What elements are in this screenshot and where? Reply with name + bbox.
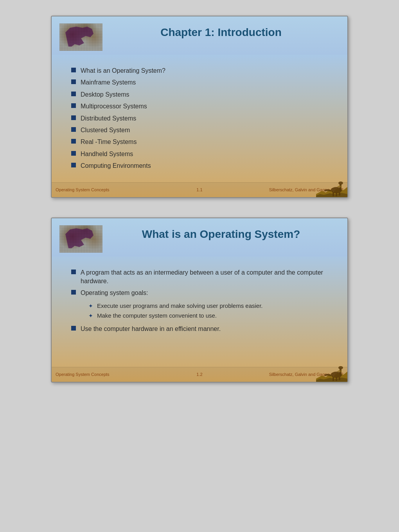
bullet-icon xyxy=(71,92,76,96)
dino-overlay-2 xyxy=(65,227,97,251)
list-item: Clustered System xyxy=(71,126,336,135)
list-item: Computing Environments xyxy=(71,162,336,170)
footer-left: Operating System Concepts xyxy=(56,372,151,377)
bottom-right-dino xyxy=(316,178,347,197)
footer-left: Operating System Concepts xyxy=(56,187,151,192)
bullet-icon xyxy=(71,79,76,84)
bullet-icon xyxy=(71,270,76,274)
slide-1-heading: Chapter 1: Introduction xyxy=(102,25,340,40)
dino-mosaic-top-2 xyxy=(59,225,102,253)
sub-list-item: ✦ Make the computer system convenient to… xyxy=(88,311,263,320)
item-text: A program that acts as an intermediary b… xyxy=(81,268,336,286)
arrow-icon: ✦ xyxy=(88,312,93,320)
sub-item-text: Make the computer system convenient to u… xyxy=(97,311,217,320)
slide-1-footer: Operating System Concepts 1.1 Silberscha… xyxy=(52,182,347,197)
footer-right: Silberschatz, Galvin and Gagne ©2002 xyxy=(248,372,343,377)
dino-terrain-svg xyxy=(316,178,347,197)
sub-list-item: ✦ Execute user programs and make solving… xyxy=(88,302,263,310)
svg-rect-14 xyxy=(336,377,337,381)
svg-point-4 xyxy=(338,182,343,185)
slide-2-header: What is an Operating System? xyxy=(52,218,347,257)
bullet-icon xyxy=(71,115,76,120)
svg-rect-3 xyxy=(340,184,341,191)
bottom-right-dino-2 xyxy=(316,363,347,382)
slide-2-list: A program that acts as an intermediary b… xyxy=(71,268,336,334)
slide-1-header: Chapter 1: Introduction xyxy=(52,16,347,55)
slide-2-title: What is an Operating System? xyxy=(102,225,340,241)
dino-overlay xyxy=(65,25,97,49)
slide-1-body: What is an Operating System? Mainframe S… xyxy=(52,55,347,197)
slide-1: Chapter 1: Introduction What is an Opera… xyxy=(51,16,348,198)
bullet-icon xyxy=(71,290,76,295)
header-dino-left xyxy=(59,23,102,51)
arrow-icon: ✦ xyxy=(88,302,93,310)
svg-point-12 xyxy=(338,366,343,369)
slide-2: What is an Operating System? A program t… xyxy=(51,217,348,383)
footer-center: 1.1 xyxy=(151,187,247,192)
list-item: Desktop Systems xyxy=(71,90,336,99)
list-item: Use the computer hardware in an efficien… xyxy=(71,325,336,333)
slide-2-heading: What is an Operating System? xyxy=(102,227,340,241)
bullet-icon xyxy=(71,326,76,331)
item-text: Operating system goals: xyxy=(81,289,148,296)
footer-center: 1.2 xyxy=(151,372,247,377)
sub-list: ✦ Execute user programs and make solving… xyxy=(88,302,263,320)
slide-2-footer: Operating System Concepts 1.2 Silberscha… xyxy=(52,367,347,382)
slide-1-list: What is an Operating System? Mainframe S… xyxy=(71,66,336,171)
list-item-distributed: Distributed Systems xyxy=(71,114,336,123)
svg-rect-15 xyxy=(339,377,340,380)
dino-mosaic-top xyxy=(59,23,102,51)
list-item: A program that acts as an intermediary b… xyxy=(71,268,336,286)
list-item: What is an Operating System? xyxy=(71,66,336,75)
bullet-icon xyxy=(71,151,76,156)
bullet-icon xyxy=(71,127,76,132)
bullet-icon xyxy=(71,68,76,72)
list-item: Handheld Systems xyxy=(71,150,336,158)
bullet-icon xyxy=(71,139,76,144)
svg-rect-13 xyxy=(332,377,334,381)
bullet-icon xyxy=(71,163,76,167)
header-dino-left-2 xyxy=(59,225,102,253)
slide-2-body: A program that acts as an intermediary b… xyxy=(52,257,347,382)
sub-item-text: Execute user programs and make solving u… xyxy=(97,302,263,310)
slide-1-title: Chapter 1: Introduction xyxy=(102,23,340,40)
item-with-sub: Operating system goals: ✦ Execute user p… xyxy=(81,289,263,322)
dino-terrain-svg-2 xyxy=(316,363,347,382)
list-item: Real -Time Systems xyxy=(71,138,336,146)
svg-rect-11 xyxy=(340,368,341,376)
list-item: Operating system goals: ✦ Execute user p… xyxy=(71,289,336,322)
svg-rect-5 xyxy=(332,192,334,196)
bullet-icon xyxy=(71,103,76,108)
svg-rect-7 xyxy=(339,192,340,196)
list-item: Mainframe Systems xyxy=(71,78,336,87)
item-text: Use the computer hardware in an efficien… xyxy=(81,325,221,333)
svg-rect-6 xyxy=(336,192,337,196)
list-item: Multiprocessor Systems xyxy=(71,102,336,111)
footer-right: Silberschatz, Galvin and Gagne ©2002 xyxy=(248,187,343,192)
